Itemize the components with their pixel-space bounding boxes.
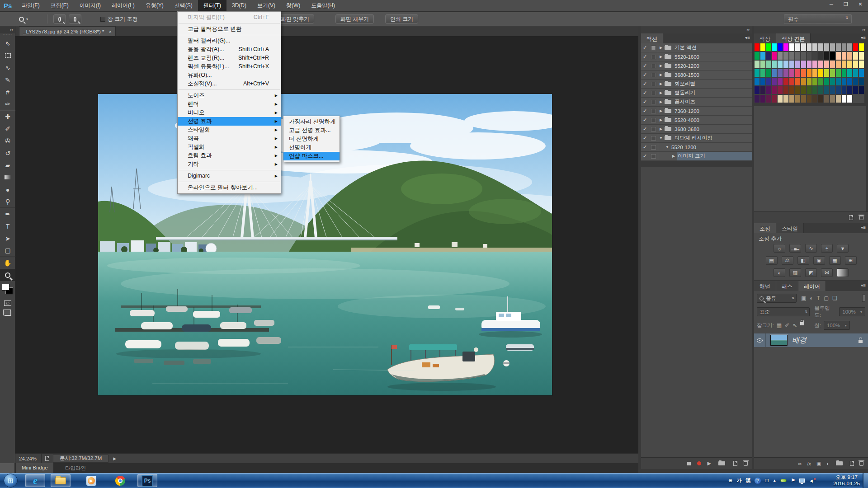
filter-smart-objects-icon[interactable]: ❏ — [832, 295, 837, 301]
photo-filter-icon[interactable]: ◉ — [813, 256, 825, 265]
action-dialog-toggle[interactable] — [649, 116, 658, 124]
swatch-0-15[interactable] — [841, 43, 847, 52]
swatch-3-8[interactable] — [801, 69, 807, 77]
action-checkmark-icon[interactable]: ✓ — [641, 143, 649, 151]
swatch-2-4[interactable] — [777, 60, 783, 69]
swatch-5-9[interactable] — [807, 86, 812, 94]
swatch-4-11[interactable] — [818, 77, 824, 86]
action-row-1[interactable]: ✓▶5520-1600 — [641, 52, 752, 61]
swatch-1-14[interactable] — [835, 52, 841, 60]
play-icon[interactable]: ▶ — [708, 460, 711, 466]
taskbar-chrome[interactable] — [110, 474, 130, 487]
action-checkmark-icon[interactable]: ✓ — [641, 52, 649, 61]
layer-filter-select[interactable]: 종류 ⇅ — [757, 294, 797, 303]
new-action-icon[interactable] — [733, 461, 737, 466]
action-checkmark-icon[interactable]: ✓ — [641, 61, 649, 70]
action-checkmark-icon[interactable]: ✓ — [641, 89, 649, 97]
layer-thumbnail[interactable] — [770, 335, 788, 346]
blend-mode-select[interactable]: 표준 ⇅ — [757, 307, 810, 316]
action-row-12[interactable]: ✓▶이미지 크기 — [641, 152, 752, 161]
rectangle-tool[interactable]: ▢ — [0, 244, 15, 257]
record-icon[interactable] — [697, 461, 701, 465]
sharpen-menu-item-2[interactable]: 더 선명하게 — [283, 135, 340, 143]
swatch-3-14[interactable] — [835, 69, 841, 77]
swatch-4-12[interactable] — [824, 77, 830, 86]
swatch-0-3[interactable] — [772, 43, 778, 52]
filter-pixel-layers-icon[interactable]: ▣ — [801, 295, 806, 301]
new-adjustment-icon[interactable]: ◐ — [826, 461, 830, 466]
swatch-6-4[interactable] — [777, 94, 783, 103]
swatch-6-2[interactable] — [766, 94, 772, 103]
swatch-4-10[interactable] — [812, 77, 818, 86]
swatch-3-5[interactable] — [783, 69, 789, 77]
brightness-contrast-icon[interactable]: ☼ — [774, 244, 785, 253]
menu-item-9[interactable]: 창(W) — [281, 0, 306, 11]
swatch-0-16[interactable] — [847, 43, 853, 52]
swatch-4-3[interactable] — [772, 77, 778, 86]
expand-arrow-icon[interactable]: ▶ — [658, 91, 664, 95]
swatch-4-1[interactable] — [760, 77, 766, 86]
swatch-1-17[interactable] — [853, 52, 859, 60]
panel-grip[interactable]: ▪▪▪▪▪▪ — [0, 33, 15, 37]
timeline-tab[interactable]: 타임라인 — [60, 463, 91, 473]
filter-menu-item-6[interactable]: 렌즈 교정(R)...Shift+Ctrl+R — [178, 54, 281, 62]
swatch-2-17[interactable] — [853, 60, 859, 69]
swatch-6-5[interactable] — [783, 94, 789, 103]
action-checkmark-icon[interactable]: ✓ — [641, 125, 649, 133]
action-row-4[interactable]: ✓▶회오리별 — [641, 80, 752, 89]
fit-screen-button[interactable]: 화면 맞추기 — [276, 14, 314, 23]
filter-adjustment-layers-icon[interactable]: ◐ — [810, 295, 813, 301]
swatch-3-7[interactable] — [795, 69, 801, 77]
swatch-1-15[interactable] — [841, 52, 847, 60]
swatch-5-8[interactable] — [801, 86, 807, 94]
swatch-1-7[interactable] — [795, 52, 801, 60]
quick-mask-button[interactable] — [0, 298, 15, 308]
swatch-1-4[interactable] — [777, 52, 783, 60]
action-row-9[interactable]: ✓▶3680-3680 — [641, 125, 752, 134]
zoom-tool-preset[interactable]: ▾ — [19, 14, 28, 23]
zoom-in-button[interactable] — [53, 14, 66, 23]
swatch-3-9[interactable] — [807, 69, 812, 77]
swatch-4-8[interactable] — [801, 77, 807, 86]
delete-swatch-icon[interactable] — [859, 216, 863, 220]
swatch-2-3[interactable] — [772, 60, 778, 69]
levels-icon[interactable]: ▁▄▂ — [789, 244, 801, 253]
taskbar-photoshop[interactable]: Ps — [137, 474, 157, 487]
lock-position-icon[interactable]: ⇖ — [793, 322, 797, 328]
zoom-tool[interactable] — [0, 269, 15, 281]
taskbar-internet-explorer[interactable]: e — [25, 474, 45, 487]
swatch-5-10[interactable] — [812, 86, 818, 94]
panel-menu-icon[interactable]: ▾≡ — [861, 283, 866, 288]
black-white-icon[interactable]: ◧ — [797, 256, 809, 265]
swatch-2-1[interactable] — [760, 60, 766, 69]
expand-arrow-icon[interactable]: ▶ — [658, 109, 664, 113]
action-dialog-toggle[interactable] — [649, 61, 658, 70]
fill-screen-button[interactable]: 화면 채우기 — [335, 14, 374, 23]
blur-tool[interactable]: ● — [0, 183, 15, 196]
swatch-0-1[interactable] — [760, 43, 766, 52]
swatch-4-14[interactable] — [835, 77, 841, 86]
opacity-field[interactable]: 100% ▾ — [839, 307, 865, 316]
swatch-3-16[interactable] — [847, 69, 853, 77]
ime-hanja[interactable]: 漢 — [745, 477, 750, 484]
collapse-actions-icon[interactable]: ▸▸ — [641, 26, 752, 33]
menu-item-3[interactable]: 레이어(L) — [106, 0, 140, 11]
swatch-6-16[interactable] — [847, 94, 853, 103]
swatch-0-8[interactable] — [801, 43, 807, 52]
sharpen-menu-item-4[interactable]: 언샵 마스크... — [283, 152, 340, 160]
swatch-5-15[interactable] — [841, 86, 847, 94]
swatch-4-9[interactable] — [807, 77, 812, 86]
swatch-5-7[interactable] — [795, 86, 801, 94]
threshold-icon[interactable]: ◩ — [805, 268, 817, 277]
expand-arrow-icon[interactable]: ▶ — [658, 118, 664, 122]
screen-mode-button[interactable] — [0, 308, 15, 318]
swatch-3-4[interactable] — [777, 69, 783, 77]
swatch-6-13[interactable] — [830, 94, 835, 103]
layer-row-background[interactable]: 배경 — [754, 333, 868, 347]
swatch-6-8[interactable] — [801, 94, 807, 103]
action-dialog-toggle[interactable] — [649, 134, 658, 142]
action-dialog-toggle[interactable] — [649, 125, 658, 133]
action-row-7[interactable]: ✓▶7360-1200 — [641, 107, 752, 116]
tab-channels[interactable]: 채널 — [754, 281, 776, 291]
hue-saturation-icon[interactable]: ▤ — [766, 256, 778, 265]
